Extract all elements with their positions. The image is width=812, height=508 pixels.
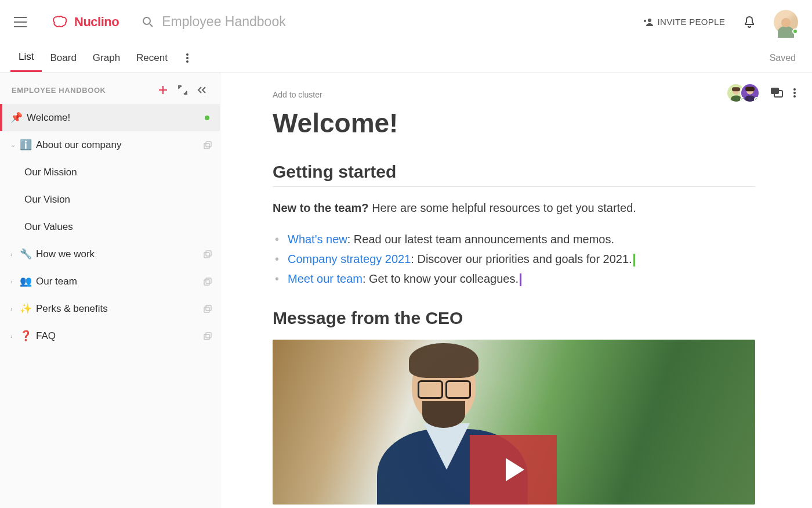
sidebar-item-label: Our Mission bbox=[24, 167, 212, 178]
list-item: What's new: Read our latest team announc… bbox=[288, 229, 755, 249]
section-heading: Message from the CEO bbox=[273, 308, 755, 328]
tab-recent[interactable]: Recent bbox=[128, 44, 176, 72]
user-avatar[interactable] bbox=[774, 10, 798, 34]
sidebar-item-mission[interactable]: Our Mission bbox=[0, 158, 220, 186]
list-item: Company strategy 2021: Discover our prio… bbox=[288, 249, 755, 269]
sidebar: EMPLOYEE HANDBOOK 📌 Welcome! ⌄ ℹ️ bbox=[0, 73, 220, 508]
tab-board[interactable]: Board bbox=[42, 44, 84, 72]
svg-point-5 bbox=[186, 60, 188, 63]
svg-rect-14 bbox=[204, 334, 209, 340]
chevron-right-icon: › bbox=[10, 333, 17, 340]
svg-point-26 bbox=[793, 95, 796, 98]
save-status: Saved bbox=[770, 53, 802, 63]
play-icon bbox=[506, 458, 524, 481]
chevron-right-icon: › bbox=[10, 305, 17, 312]
cluster-icon bbox=[204, 332, 212, 340]
sidebar-item-label: Our Values bbox=[24, 221, 212, 233]
svg-rect-15 bbox=[206, 333, 211, 338]
list-item: Meet our team: Get to know your colleagu… bbox=[288, 269, 755, 289]
link-company-strategy[interactable]: Company strategy 2021 bbox=[288, 253, 411, 265]
sidebar-item-howwework[interactable]: › 🔧 How we work bbox=[0, 240, 220, 268]
person-add-icon bbox=[643, 18, 654, 26]
cluster-icon bbox=[204, 250, 212, 258]
svg-point-25 bbox=[793, 92, 796, 94]
page-title: Welcome! bbox=[273, 107, 755, 139]
presence-indicator bbox=[792, 28, 798, 34]
app-logo[interactable]: Nuclino bbox=[52, 15, 119, 30]
info-icon: ℹ️ bbox=[20, 139, 31, 151]
chevron-right-icon: › bbox=[10, 278, 17, 285]
comments-icon[interactable] bbox=[770, 87, 783, 99]
tab-graph[interactable]: Graph bbox=[85, 44, 128, 72]
collaborator-cursor bbox=[633, 254, 635, 266]
pin-icon: 📌 bbox=[10, 111, 22, 124]
cluster-icon bbox=[204, 278, 212, 286]
sidebar-item-label: About our company bbox=[36, 139, 204, 151]
add-item-button[interactable] bbox=[153, 83, 173, 97]
sidebar-item-vision[interactable]: Our Vision bbox=[0, 186, 220, 213]
collapse-sidebar-icon[interactable] bbox=[192, 84, 212, 96]
app-name: Nuclino bbox=[74, 15, 119, 30]
sidebar-item-values[interactable]: Our Values bbox=[0, 213, 220, 240]
sidebar-item-label: FAQ bbox=[36, 330, 204, 342]
invite-people-button[interactable]: INVITE PEOPLE bbox=[643, 17, 725, 27]
sidebar-item-faq[interactable]: › ❓ FAQ bbox=[0, 322, 220, 350]
search-input[interactable] bbox=[162, 14, 371, 30]
workspace-title: EMPLOYEE HANDBOOK bbox=[12, 86, 106, 95]
cluster-icon bbox=[204, 141, 212, 149]
question-icon: ❓ bbox=[20, 330, 31, 342]
svg-point-0 bbox=[143, 17, 150, 24]
svg-rect-6 bbox=[204, 143, 209, 149]
tools-icon: 🔧 bbox=[20, 248, 31, 260]
svg-rect-12 bbox=[204, 307, 209, 312]
sidebar-item-welcome[interactable]: 📌 Welcome! bbox=[0, 104, 220, 131]
video-thumbnail[interactable] bbox=[273, 340, 755, 505]
svg-rect-7 bbox=[206, 142, 211, 147]
search-icon[interactable] bbox=[142, 16, 154, 28]
edited-indicator bbox=[205, 116, 209, 120]
chevron-down-icon: ⌄ bbox=[10, 141, 17, 149]
svg-rect-13 bbox=[206, 305, 211, 311]
svg-point-4 bbox=[186, 57, 188, 59]
sparkle-icon: ✨ bbox=[20, 302, 31, 315]
sidebar-item-label: Perks & benefits bbox=[36, 303, 204, 315]
menu-toggle[interactable] bbox=[14, 17, 27, 27]
sidebar-item-label: Our Vision bbox=[24, 194, 212, 206]
divider bbox=[273, 186, 755, 187]
link-whats-new[interactable]: What's new bbox=[288, 233, 347, 246]
sidebar-item-ourteam[interactable]: › 👥 Our team bbox=[0, 268, 220, 295]
link-meet-team[interactable]: Meet our team bbox=[288, 272, 362, 285]
doc-more-icon[interactable] bbox=[793, 88, 796, 98]
play-button[interactable] bbox=[470, 435, 557, 505]
svg-rect-21 bbox=[745, 87, 755, 91]
sidebar-item-label: How we work bbox=[36, 248, 204, 260]
svg-rect-11 bbox=[206, 278, 211, 283]
brain-icon bbox=[52, 16, 70, 28]
sidebar-item-label: Our team bbox=[36, 276, 204, 287]
svg-rect-9 bbox=[206, 251, 211, 256]
sidebar-item-label: Welcome! bbox=[27, 112, 205, 124]
intro-paragraph: New to the team? Here are some helpful r… bbox=[273, 200, 755, 217]
tabs-more-icon[interactable] bbox=[183, 50, 192, 66]
invite-label: INVITE PEOPLE bbox=[658, 17, 725, 27]
notifications-icon[interactable] bbox=[744, 16, 755, 28]
tab-list[interactable]: List bbox=[10, 44, 42, 72]
expand-icon[interactable] bbox=[173, 83, 192, 97]
svg-point-3 bbox=[186, 53, 188, 56]
svg-point-2 bbox=[648, 19, 651, 22]
svg-rect-18 bbox=[732, 87, 740, 91]
svg-point-24 bbox=[793, 88, 796, 91]
sidebar-item-about[interactable]: ⌄ ℹ️ About our company bbox=[0, 131, 220, 158]
svg-line-1 bbox=[150, 24, 153, 27]
section-heading: Getting started bbox=[273, 162, 755, 182]
chevron-right-icon: › bbox=[10, 251, 17, 258]
svg-rect-10 bbox=[204, 280, 209, 285]
cluster-icon bbox=[204, 305, 212, 313]
collaborator-avatars[interactable] bbox=[726, 83, 760, 103]
add-to-cluster-link[interactable]: Add to cluster bbox=[273, 90, 755, 99]
svg-rect-8 bbox=[204, 253, 209, 258]
people-icon: 👥 bbox=[20, 275, 31, 287]
sidebar-item-perks[interactable]: › ✨ Perks & benefits bbox=[0, 295, 220, 322]
collaborator-cursor bbox=[520, 273, 521, 286]
